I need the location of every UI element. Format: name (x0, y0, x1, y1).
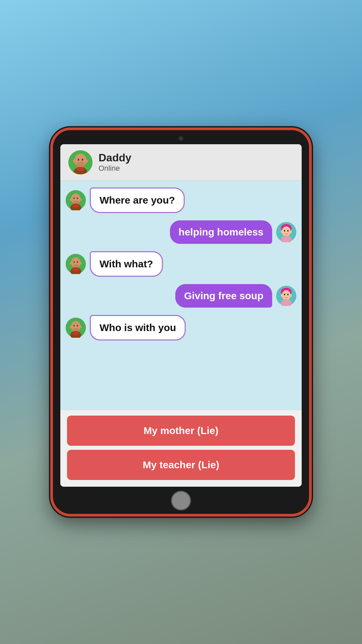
chat-body: Where are you? helping homeless (60, 181, 302, 411)
svg-point-6 (76, 162, 84, 167)
svg-point-47 (73, 325, 75, 326)
daddy-small-svg-3 (66, 318, 86, 338)
bubble-msg-5: Who is with you (90, 315, 186, 340)
svg-point-37 (282, 290, 291, 300)
svg-point-13 (73, 197, 75, 199)
tablet-device: Daddy Online (50, 127, 312, 517)
msg-avatar-daddy-2 (66, 254, 86, 274)
svg-point-17 (72, 204, 79, 208)
svg-point-31 (77, 261, 78, 263)
daddy-avatar-svg (68, 150, 93, 174)
bubble-msg-3: With what? (90, 251, 163, 277)
contact-info: Daddy Online (99, 152, 131, 173)
svg-point-21 (281, 230, 283, 233)
daddy-small-svg-2 (66, 254, 86, 274)
svg-point-30 (73, 261, 75, 263)
svg-point-34 (72, 268, 79, 271)
svg-point-12 (79, 198, 82, 201)
svg-point-8 (76, 167, 84, 171)
choice-button-2[interactable]: My teacher (Lie) (67, 450, 295, 480)
svg-point-48 (77, 325, 78, 326)
chat-header: Daddy Online (60, 144, 302, 181)
bubble-msg-4: Giving free soup (175, 284, 272, 308)
screen: Daddy Online (60, 144, 302, 487)
msg-avatar-daddy-1 (66, 190, 86, 210)
svg-point-20 (282, 226, 291, 236)
contact-status: Online (99, 164, 131, 173)
svg-point-5 (82, 159, 83, 161)
svg-point-3 (85, 159, 88, 163)
svg-point-14 (77, 197, 78, 199)
svg-point-22 (290, 230, 292, 233)
chat-footer: My mother (Lie) My teacher (Lie) (60, 410, 302, 487)
svg-point-28 (70, 262, 72, 265)
bubble-msg-1: Where are you? (90, 187, 185, 213)
player-svg-2 (276, 286, 296, 306)
svg-point-51 (72, 332, 79, 335)
choice-button-1[interactable]: My mother (Lie) (67, 416, 295, 446)
message-row-1: Where are you? (66, 187, 296, 213)
svg-point-41 (287, 293, 289, 295)
svg-point-11 (70, 198, 72, 201)
svg-point-2 (73, 159, 76, 163)
svg-point-40 (284, 293, 285, 295)
msg-avatar-daddy-3 (66, 318, 86, 338)
contact-avatar (68, 150, 93, 174)
msg-avatar-player-1 (276, 222, 296, 242)
svg-point-24 (287, 230, 289, 231)
daddy-small-svg-1 (66, 190, 86, 210)
svg-point-39 (290, 294, 292, 297)
message-row-2: helping homeless (66, 220, 296, 244)
svg-point-46 (79, 326, 82, 328)
msg-avatar-player-2 (276, 286, 296, 306)
svg-point-45 (70, 326, 72, 328)
svg-point-4 (78, 159, 79, 161)
contact-name: Daddy (99, 152, 131, 164)
svg-point-29 (79, 262, 82, 265)
home-button[interactable] (171, 491, 191, 511)
message-row-4: Giving free soup (66, 284, 296, 308)
player-svg-1 (276, 222, 296, 242)
message-row-3: With what? (66, 251, 296, 277)
svg-point-38 (281, 294, 283, 297)
bubble-msg-2: helping homeless (170, 220, 272, 244)
camera-dot (179, 136, 183, 141)
message-row-5: Who is with you (66, 315, 296, 340)
svg-point-23 (284, 230, 285, 231)
